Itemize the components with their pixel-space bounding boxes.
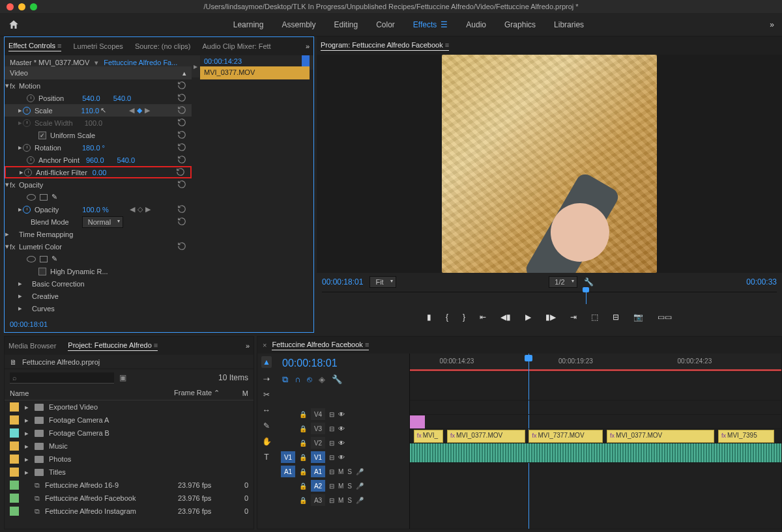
lane-v2[interactable] (410, 415, 781, 429)
overflow-icon[interactable]: » (770, 20, 774, 29)
timeline-clip[interactable]: fxMVI_0377.MOV (447, 430, 525, 443)
stopwatch-icon[interactable] (27, 94, 35, 102)
sync-lock-icon[interactable]: ⊟ (329, 411, 334, 418)
eye-icon[interactable]: 👁 (338, 440, 345, 447)
opacity-value[interactable]: 100.0 % (82, 206, 108, 214)
reset-icon[interactable] (177, 217, 188, 227)
lock-icon[interactable]: 🔒 (299, 454, 307, 461)
twirl-icon[interactable]: ▸ (19, 168, 24, 176)
tab-project[interactable]: Project: Fettuccine Alfredo ≡ (68, 341, 158, 351)
lift-icon[interactable]: ⬚ (591, 313, 598, 322)
twirl-icon[interactable]: ▸ (24, 442, 29, 451)
blend-mode-select[interactable]: Normal (82, 216, 123, 228)
go-in-icon[interactable]: ⇤ (480, 313, 486, 322)
tab-effect-controls[interactable]: Effect Controls ≡ (8, 42, 61, 51)
timeline-clip[interactable]: fxMVI_0377.MOV (607, 430, 714, 443)
tab-media-browser[interactable]: Media Browser (8, 342, 56, 350)
track-target[interactable]: A3 (311, 494, 325, 506)
extract-icon[interactable]: ⊟ (613, 313, 619, 322)
voiceover-icon[interactable]: 🎤 (356, 468, 364, 475)
stopwatch-icon[interactable] (27, 156, 35, 164)
lock-icon[interactable]: 🔒 (299, 440, 307, 447)
position-x-value[interactable]: 540.0 (82, 94, 100, 102)
reset-icon[interactable] (177, 242, 188, 252)
panel-menu-icon[interactable]: ≡ (365, 341, 369, 348)
master-clip-label[interactable]: Master * MVI_0377.MOV (10, 59, 89, 66)
reset-icon[interactable] (177, 81, 188, 91)
comparison-icon[interactable]: ▭▭ (658, 313, 672, 322)
ripple-tool-icon[interactable]: ✂ (263, 390, 270, 399)
next-keyframe-icon[interactable]: ▶ (145, 205, 151, 214)
twirl-icon[interactable]: ▸ (18, 106, 23, 115)
voiceover-icon[interactable]: 🎤 (356, 483, 364, 490)
twirl-icon[interactable]: ▸ (18, 304, 23, 313)
lock-icon[interactable]: 🔒 (299, 425, 307, 432)
sequence-row[interactable]: ⧉Fettuccine Alfredo 16-923.976 fps0 (5, 479, 253, 492)
twirl-icon[interactable]: ▸ (5, 230, 10, 238)
mask-ellipse-icon[interactable] (27, 256, 36, 262)
tab-source[interactable]: Source: (no clips) (135, 42, 191, 50)
collapse-icon[interactable]: ▴ (182, 69, 186, 77)
linked-selection-icon[interactable]: ⎋ (307, 374, 312, 385)
tab-lumetri-scopes[interactable]: Lumetri Scopes (73, 42, 123, 50)
effect-controls-timecode[interactable]: 00:00:18:01 (10, 320, 48, 328)
mark-in-icon[interactable]: ▮ (427, 313, 431, 322)
tab-program[interactable]: Program: Fettuccine Alfredo Facebook ≡ (321, 41, 449, 51)
eye-icon[interactable]: 👁 (338, 425, 345, 432)
video-track-header[interactable]: 🔒V4⊟👁 (276, 407, 409, 421)
workspace-editing[interactable]: Editing (334, 20, 358, 29)
reset-icon[interactable] (177, 143, 188, 153)
antiflicker-value[interactable]: 0.00 (93, 169, 106, 176)
source-patch[interactable]: V1 (281, 451, 295, 463)
reset-icon[interactable] (176, 167, 186, 178)
lumetri-basic[interactable]: Basic Correction (32, 280, 85, 288)
track-target[interactable]: A2 (311, 480, 325, 492)
marker-icon[interactable]: ◈ (319, 374, 325, 385)
video-track-header[interactable]: 🔒V2⊟👁 (276, 436, 409, 450)
bin-row[interactable]: ▸Photos (5, 453, 253, 466)
mark-clip-icon[interactable]: } (463, 313, 465, 322)
fx-badge-icon[interactable]: fx (10, 181, 19, 189)
sequence-row[interactable]: ⧉Fettuccine Alfredo Instagram23.976 fps0 (5, 505, 253, 518)
twirl-icon[interactable]: ▸ (24, 455, 29, 464)
prev-keyframe-icon[interactable]: ◀ (130, 205, 135, 214)
mask-pen-icon[interactable]: ✎ (51, 193, 57, 201)
prev-keyframe-icon[interactable]: ◀ (129, 106, 134, 115)
close-window-button[interactable] (7, 3, 14, 10)
reset-icon[interactable] (177, 130, 188, 141)
twirl-icon[interactable]: ▸ (18, 205, 23, 214)
timeline-clip[interactable]: fxMVI_ (414, 430, 444, 443)
timeline-clip[interactable]: fxMVI_7395 (718, 430, 774, 443)
new-bin-icon[interactable]: ▣ (119, 373, 126, 382)
lock-icon[interactable]: 🔒 (299, 483, 307, 490)
overflow-icon[interactable]: » (306, 42, 310, 50)
time-remapping-label[interactable]: Time Remapping (19, 231, 73, 238)
stopwatch-icon[interactable] (23, 107, 31, 115)
bin-row[interactable]: ▸Exported Video (5, 400, 253, 413)
position-y-value[interactable]: 540.0 (113, 94, 132, 102)
lock-icon[interactable]: 🔒 (299, 468, 307, 475)
workspace-color[interactable]: Color (376, 20, 395, 29)
sequence-row[interactable]: ⧉Fettuccine Alfredo Facebook23.976 fps0 (5, 492, 253, 505)
bin-row[interactable]: ▸Footage Camera A (5, 413, 253, 427)
col-m[interactable]: M (233, 389, 248, 397)
twirl-icon[interactable]: ▾ (5, 81, 10, 90)
twirl-icon[interactable]: ▸ (18, 279, 23, 288)
mute-button[interactable]: M (338, 483, 343, 490)
step-back-icon[interactable]: ◀▮ (500, 313, 511, 322)
twirl-icon[interactable]: ▸ (18, 143, 23, 152)
rotation-value[interactable]: 180.0 ° (82, 144, 105, 152)
track-target[interactable]: V1 (311, 451, 325, 463)
stopwatch-icon[interactable] (23, 206, 31, 214)
stopwatch-icon[interactable] (24, 169, 32, 176)
panel-menu-icon[interactable]: ≡ (154, 341, 158, 349)
wrench-icon[interactable]: 🔧 (584, 277, 594, 287)
mask-pen-icon[interactable]: ✎ (51, 255, 57, 263)
workspace-effects[interactable]: Effects☰ (413, 20, 448, 29)
slip-tool-icon[interactable]: ↔ (263, 406, 270, 415)
workspace-learning[interactable]: Learning (233, 20, 264, 29)
magnet-icon[interactable]: ∩ (295, 374, 300, 385)
lane-a1[interactable] (410, 443, 781, 463)
lane-v4[interactable] (410, 386, 781, 400)
zoom-window-button[interactable] (30, 3, 37, 10)
